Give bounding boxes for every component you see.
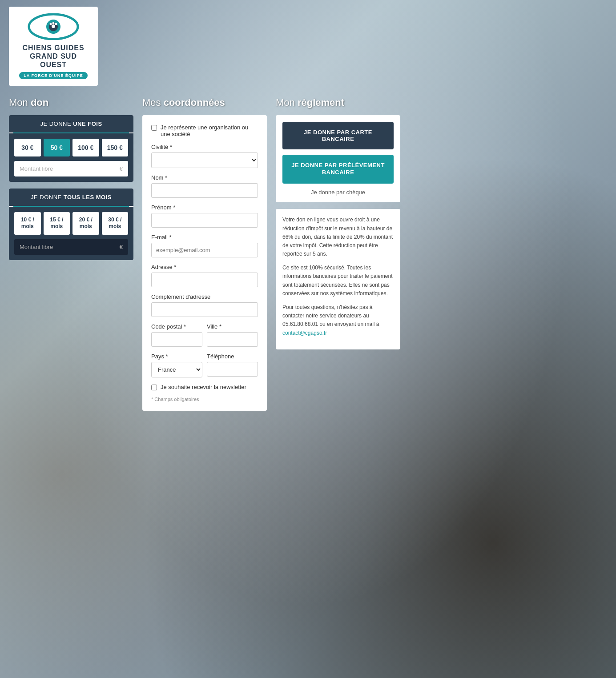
adresse-group: Adresse * — [151, 264, 258, 287]
email-input[interactable] — [151, 243, 258, 257]
montant-libre-monthly: Montant libre € — [14, 239, 128, 255]
amount-btn-30m[interactable]: 30 € /mois — [102, 212, 129, 235]
contact-email-link[interactable]: contact@cgagso.fr — [282, 330, 327, 336]
amount-btn-20[interactable]: 20 € /mois — [72, 212, 99, 235]
organisation-checkbox[interactable] — [151, 125, 157, 131]
civilite-label: Civilité * — [151, 144, 258, 150]
amount-btn-30[interactable]: 30 € — [14, 139, 41, 156]
ville-input[interactable] — [207, 332, 258, 347]
adresse-input[interactable] — [151, 273, 258, 287]
complement-group: Complément d'adresse — [151, 293, 258, 317]
header: CHIENS GUIDES GRAND SUD OUEST LA FORCE D… — [0, 0, 616, 92]
btn-carte-bancaire[interactable]: JE DONNE PAR CARTE BANCAIRE — [282, 122, 394, 149]
prenom-input[interactable] — [151, 213, 258, 228]
don-mensuel-card: JE DONNE TOUS LES MOIS 10 € /mois 15 € /… — [9, 189, 133, 260]
amount-btn-15[interactable]: 15 € /mois — [44, 212, 70, 235]
civilite-select[interactable]: M. Mme — [151, 152, 258, 168]
col-don: Mon don JE DONNE UNE FOIS 30 € 50 € 100 … — [9, 97, 133, 267]
montant-libre-once: Montant libre € — [14, 161, 128, 177]
svg-point-5 — [52, 22, 55, 24]
complement-label: Complément d'adresse — [151, 293, 258, 300]
coordonnees-section-title: Mes coordonnées — [142, 97, 267, 108]
cp-ville-group: Code postal * Ville * — [151, 323, 258, 353]
newsletter-label[interactable]: Je souhaite recevoir la newsletter — [161, 384, 246, 390]
organisation-group: Je représente une organisation ou une so… — [151, 124, 258, 137]
svg-point-6 — [55, 23, 57, 25]
amount-grid-monthly: 10 € /mois 15 € /mois 20 € /mois 30 € /m… — [14, 212, 128, 235]
civilite-group: Civilité * M. Mme — [151, 144, 258, 168]
col-coordonnees: Mes coordonnées Je représente une organi… — [142, 97, 267, 411]
btn-prelevement-bancaire[interactable]: JE DONNE PAR PRÉLÈVEMENT BANCAIRE — [282, 155, 394, 184]
required-note: * Champs obligatoires — [151, 397, 258, 402]
complement-input[interactable] — [151, 302, 258, 317]
don-une-fois-header: JE DONNE UNE FOIS — [9, 115, 133, 132]
code-postal-group: Code postal * — [151, 323, 202, 347]
logo-eye — [27, 13, 80, 40]
don-mensuel-header: JE DONNE TOUS LES MOIS — [9, 189, 133, 206]
prenom-label: Prénom * — [151, 204, 258, 211]
adresse-label: Adresse * — [151, 264, 258, 270]
telephone-input[interactable] — [207, 362, 258, 377]
telephone-group: Téléphone — [207, 353, 258, 377]
nom-input[interactable] — [151, 183, 258, 198]
logo-box: CHIENS GUIDES GRAND SUD OUEST LA FORCE D… — [9, 7, 98, 86]
logo-tagline: LA FORCE D'UNE ÉQUIPE — [19, 72, 87, 79]
code-postal-label: Code postal * — [151, 323, 202, 330]
pays-select[interactable]: France — [151, 362, 202, 377]
email-group: E-mail * — [151, 234, 258, 257]
don-mensuel-body: 10 € /mois 15 € /mois 20 € /mois 30 € /m… — [9, 207, 133, 260]
telephone-label: Téléphone — [207, 353, 258, 360]
col-reglement: Mon règlement JE DONNE PAR CARTE BANCAIR… — [276, 97, 400, 349]
svg-point-4 — [50, 23, 52, 25]
info-card: Votre don en ligne vous ouvre droit à un… — [276, 209, 400, 349]
ville-group: Ville * — [207, 323, 258, 347]
tax-info-text: Votre don en ligne vous ouvre droit à un… — [282, 216, 394, 258]
nom-group: Nom * — [151, 174, 258, 198]
prenom-group: Prénom * — [151, 204, 258, 228]
coordonnees-card: Je représente une organisation ou une so… — [142, 115, 267, 411]
pays-label: Pays * — [151, 353, 202, 360]
reglement-section-title: Mon règlement — [276, 97, 400, 108]
btn-cheque[interactable]: Je donne par chèque — [282, 189, 394, 196]
pays-tel-group: Pays * France Téléphone — [151, 353, 258, 384]
code-postal-input[interactable] — [151, 332, 202, 347]
pays-group: Pays * France — [151, 353, 202, 377]
newsletter-group: Je souhaite recevoir la newsletter — [151, 384, 258, 390]
amount-btn-150[interactable]: 150 € — [102, 139, 129, 156]
nom-label: Nom * — [151, 174, 258, 181]
security-info-text: Ce site est 100% sécurisé. Toutes les in… — [282, 264, 394, 298]
amount-btn-10[interactable]: 10 € /mois — [14, 212, 41, 235]
ville-label: Ville * — [207, 323, 258, 330]
logo-title: CHIENS GUIDES GRAND SUD OUEST — [18, 44, 89, 69]
don-une-fois-card: JE DONNE UNE FOIS 30 € 50 € 100 € 150 € … — [9, 115, 133, 182]
reglement-card: JE DONNE PAR CARTE BANCAIRE JE DONNE PAR… — [276, 115, 400, 203]
amount-btn-50[interactable]: 50 € — [44, 139, 70, 156]
email-label: E-mail * — [151, 234, 258, 241]
amount-btn-100[interactable]: 100 € — [72, 139, 99, 156]
newsletter-checkbox[interactable] — [151, 385, 157, 390]
svg-point-3 — [52, 24, 55, 28]
don-une-fois-body: 30 € 50 € 100 € 150 € Montant libre € — [9, 133, 133, 182]
amount-grid-once: 30 € 50 € 100 € 150 € — [14, 139, 128, 156]
don-section-title: Mon don — [9, 97, 133, 108]
contact-info-text: Pour toutes questions, n'hésitez pas à c… — [282, 303, 394, 337]
organisation-label[interactable]: Je représente une organisation ou une so… — [161, 124, 258, 137]
main-content: Mon don JE DONNE UNE FOIS 30 € 50 € 100 … — [0, 92, 616, 429]
